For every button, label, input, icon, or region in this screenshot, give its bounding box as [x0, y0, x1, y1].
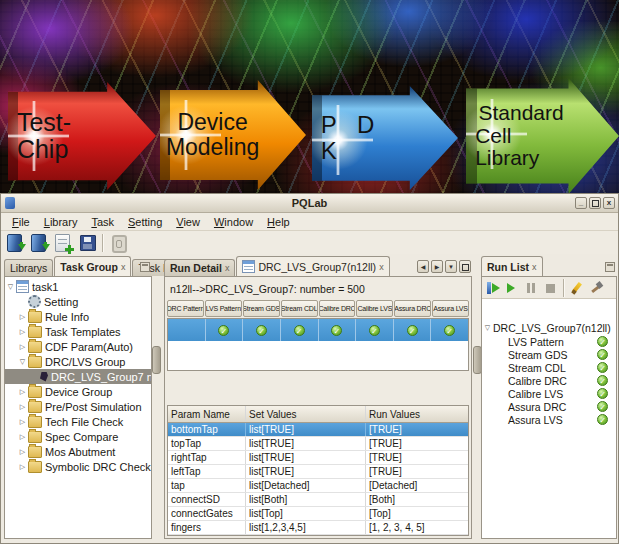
run-item-stream-gds[interactable]: Stream GDS✓: [482, 348, 616, 361]
tree-item-task-templates[interactable]: ▷Task Templates: [5, 324, 151, 339]
tab-close-icon[interactable]: x: [532, 262, 537, 272]
load-library-icon[interactable]: [30, 233, 49, 253]
close-button[interactable]: x: [603, 197, 615, 209]
stage-calibre-lvs-button[interactable]: Calibre LVS: [356, 300, 393, 317]
minimize-button[interactable]: _: [575, 197, 587, 209]
table-row[interactable]: bottomTaplist[TRUE][TRUE]: [168, 423, 468, 437]
tree-item-prepost-simulation[interactable]: ▷Pre/Post Simulation: [5, 399, 151, 414]
stage-drc-pattern-button[interactable]: DRC Pattern: [167, 300, 204, 317]
tree-item-task1[interactable]: ▽task1: [5, 279, 151, 294]
run-item-assura-drc[interactable]: Assura DRC✓: [482, 400, 616, 413]
col-header-run-values[interactable]: Run Values: [366, 406, 468, 422]
table-row[interactable]: connectGateslist[Top][Top]: [168, 507, 468, 521]
menu-help[interactable]: Help: [260, 216, 297, 228]
tab-close-icon[interactable]: x: [121, 262, 126, 272]
status-cell-calibre-drc: ✓: [319, 319, 357, 341]
expander-icon[interactable]: ▷: [17, 313, 28, 321]
stage-stream-cdl-button[interactable]: Stream CDL: [281, 300, 318, 317]
expander-icon[interactable]: ▷: [17, 418, 28, 426]
status-cell-assura-lvs: ✓: [431, 319, 468, 341]
menu-window[interactable]: Window: [207, 216, 260, 228]
expander-icon[interactable]: ▷: [17, 403, 28, 411]
stop-icon[interactable]: [544, 281, 557, 295]
tab-task-group[interactable]: Task Groupx: [54, 256, 131, 276]
expander-icon[interactable]: ▽: [5, 283, 16, 291]
table-row[interactable]: taplist[Detached][Detached]: [168, 479, 468, 493]
tree-item-drclvs-group[interactable]: ▽DRC/LVS Group: [5, 354, 151, 369]
tab-close-icon[interactable]: x: [379, 262, 384, 272]
import-library-icon[interactable]: [6, 233, 25, 253]
pause-icon[interactable]: [525, 281, 538, 295]
run-item-calibre-lvs[interactable]: Calibre LVS✓: [482, 387, 616, 400]
tab-run-list[interactable]: Run Listx: [481, 256, 543, 276]
table-row[interactable]: rightTaplist[TRUE][TRUE]: [168, 451, 468, 465]
run-item-calibre-drc[interactable]: Calibre DRC✓: [482, 374, 616, 387]
status-cell-drc-pattern: [168, 319, 206, 341]
clean-icon[interactable]: [571, 281, 584, 295]
float-pane-icon[interactable]: [459, 260, 471, 273]
float-panel-icon[interactable]: [140, 262, 150, 272]
stage-calibre-drc-button[interactable]: Calibre DRC: [319, 300, 356, 317]
maximize-button[interactable]: [589, 197, 601, 209]
tree-item-cdf-param[interactable]: ▷CDF Param(Auto): [5, 339, 151, 354]
tab-librarys[interactable]: Librarys: [4, 259, 53, 276]
task-group-tree: ▽task1 Setting ▷Rule Info ▷Task Template…: [4, 276, 152, 539]
expander-icon[interactable]: ▷: [17, 448, 28, 456]
float-panel-icon[interactable]: [605, 262, 615, 272]
param-table-header: Param Name Set Values Run Values: [168, 406, 468, 423]
tree-item-setting[interactable]: Setting: [5, 294, 151, 309]
tree-item-mos-abutment[interactable]: ▷Mos Abutment: [5, 444, 151, 459]
tab-list-icon[interactable]: ▼: [445, 260, 457, 273]
stage-stream-gds-button[interactable]: Stream GDS: [243, 300, 280, 317]
save-icon[interactable]: [78, 233, 97, 253]
expander-icon[interactable]: ▷: [17, 388, 28, 396]
menu-setting[interactable]: Setting: [121, 216, 169, 228]
table-row[interactable]: leftTaplist[TRUE][TRUE]: [168, 465, 468, 479]
menu-task[interactable]: Task: [84, 216, 121, 228]
status-row-selected[interactable]: ✓ ✓ ✓ ✓ ✓ ✓ ✓: [168, 319, 468, 341]
table-row[interactable]: topTaplist[TRUE][TRUE]: [168, 437, 468, 451]
build-icon[interactable]: [590, 281, 603, 295]
arrow-label-line1: Test-Chip: [17, 109, 106, 163]
run-item-lvs-pattern[interactable]: LVS Pattern✓: [482, 335, 616, 348]
tree-item-tech-file-check[interactable]: ▷Tech File Check: [5, 414, 151, 429]
stage-assura-drc-button[interactable]: Assura DRC: [394, 300, 431, 317]
tree-item-rule-info[interactable]: ▷Rule Info: [5, 309, 151, 324]
new-task-icon[interactable]: [54, 233, 73, 253]
table-row[interactable]: fingerslist[1,2,3,4,5][1, 2, 3, 4, 5]: [168, 521, 468, 535]
stage-lvs-pattern-button[interactable]: LVS Pattern: [205, 300, 242, 317]
tab-run-detail[interactable]: Run Detailx: [164, 259, 235, 276]
tab-drc-lvs-group7[interactable]: DRC_LVS_Group7(n12ll)x: [236, 256, 389, 276]
expander-icon[interactable]: ▷: [17, 328, 28, 336]
tree-label: CDF Param(Auto): [42, 341, 133, 353]
table-row[interactable]: connectSDlist[Both][Both]: [168, 493, 468, 507]
tab-close-icon[interactable]: x: [225, 263, 230, 273]
table-row[interactable]: fwlinear[1u,50u,5u][1E-6, 6E-6, 1.1E-5, …: [168, 535, 468, 536]
tree-item-drc-lvs-group7[interactable]: DRC_LVS_Group7 n12ll: [5, 369, 151, 384]
col-header-param-name[interactable]: Param Name: [168, 406, 246, 422]
cell-set: list[Top]: [246, 507, 366, 520]
run-list-root[interactable]: ▽DRC_LVS_Group7(n12ll): [482, 321, 616, 335]
tab-scroll-right-icon[interactable]: ▶: [431, 260, 443, 273]
tree-item-symbolic-drc-check[interactable]: ▷Symbolic DRC Check: [5, 459, 151, 474]
col-header-set-values[interactable]: Set Values: [246, 406, 366, 422]
menu-view[interactable]: View: [169, 216, 207, 228]
left-splitter[interactable]: [152, 346, 161, 374]
menu-library[interactable]: Library: [37, 216, 85, 228]
expander-icon[interactable]: ▷: [17, 463, 28, 471]
expander-icon[interactable]: ▷: [17, 433, 28, 441]
tree-item-spec-compare[interactable]: ▷Spec Compare: [5, 429, 151, 444]
run-icon[interactable]: [506, 281, 519, 295]
stage-assura-lvs-button[interactable]: Assura LVS: [432, 300, 469, 317]
title-bar[interactable]: PQLab _ x: [1, 194, 618, 213]
run-all-icon[interactable]: [487, 281, 500, 295]
menu-file[interactable]: File: [5, 216, 37, 228]
expander-icon[interactable]: ▽: [482, 324, 493, 332]
tree-item-device-group[interactable]: ▷Device Group: [5, 384, 151, 399]
expander-icon[interactable]: ▷: [17, 343, 28, 351]
tab-scroll-left-icon[interactable]: ◀: [417, 260, 429, 273]
run-item-assura-lvs[interactable]: Assura LVS✓: [482, 413, 616, 426]
run-item-stream-cdl[interactable]: Stream CDL✓: [482, 361, 616, 374]
lock-icon[interactable]: [109, 233, 128, 253]
expander-icon[interactable]: ▽: [17, 358, 28, 366]
